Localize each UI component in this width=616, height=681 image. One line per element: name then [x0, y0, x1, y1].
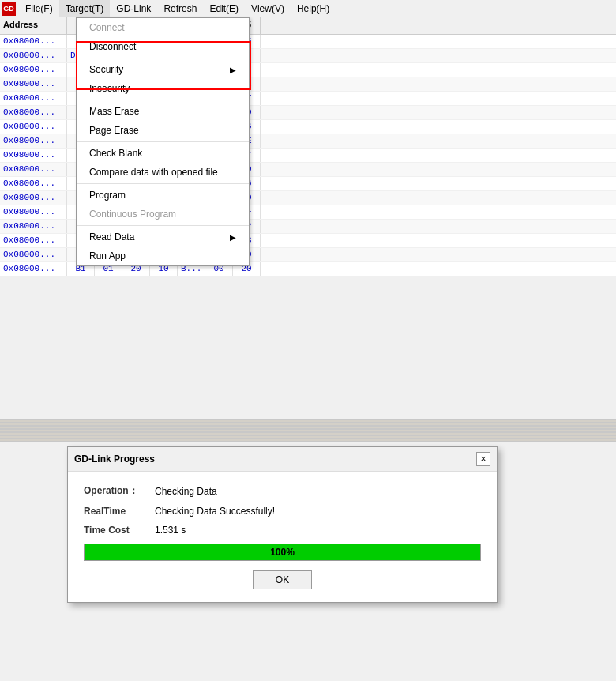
submenu-arrow-icon: ▶ — [230, 233, 236, 242]
cell-address: 0x08000... — [0, 163, 67, 176]
dropdown-item-continuous-program: Continuous Program — [77, 205, 249, 224]
cell-address: 0x08000... — [0, 35, 67, 48]
dropdown-item-read-data[interactable]: Read Data▶ — [77, 228, 249, 246]
dialog-body: Operation： Checking Data RealTime Checki… — [68, 472, 497, 602]
cell-address: 0x08000... — [0, 262, 67, 276]
dialog-title: GD-Link Progress — [74, 453, 155, 465]
dropdown-item-label: Check Blank — [89, 148, 142, 159]
cell-address: 0x08000... — [0, 177, 67, 190]
dropdown-item-label: Page Erase — [89, 125, 139, 136]
ok-button-container: OK — [84, 570, 481, 589]
dropdown-item-program[interactable]: Program — [77, 186, 249, 205]
dropdown-item-compare-data[interactable]: Compare data with opened file — [77, 163, 249, 182]
realtime-value: Checking Data Successfully! — [155, 506, 275, 517]
dropdown-item-check-blank[interactable]: Check Blank — [77, 144, 249, 163]
operation-row: Operation： Checking Data — [84, 484, 481, 498]
dialog-titlebar: GD-Link Progress × — [68, 447, 497, 472]
realtime-row: RealTime Checking Data Successfully! — [84, 506, 481, 517]
progress-bar-text: 100% — [85, 544, 480, 560]
menu-edit[interactable]: Edit(E) — [203, 0, 245, 17]
menu-help[interactable]: Help(H) — [291, 0, 336, 17]
menubar: GD File(F) Target(T) GD-Link Refresh Edi… — [0, 0, 616, 17]
cell-address: 0x08000... — [0, 248, 67, 261]
menu-file[interactable]: File(F) — [19, 0, 59, 17]
dropdown-item-disconnect[interactable]: Disconnect — [77, 37, 249, 56]
submenu-arrow-icon: ▶ — [230, 66, 236, 74]
cell-address: 0x08000... — [0, 49, 67, 62]
dialog-close-button[interactable]: × — [476, 452, 490, 466]
cell-address: 0x08000... — [0, 106, 67, 119]
operation-value: Checking Data — [155, 486, 217, 497]
stripe-area — [0, 419, 616, 442]
menu-gdlink[interactable]: GD-Link — [110, 0, 157, 17]
dropdown-item-run-app[interactable]: Run App — [77, 246, 249, 265]
cell-address: 0x08000... — [0, 220, 67, 233]
dropdown-separator — [77, 225, 249, 226]
dropdown-separator — [77, 58, 249, 58]
dropdown-item-label: Compare data with opened file — [89, 167, 218, 178]
timecost-value: 1.531 s — [155, 525, 186, 536]
dropdown-item-security[interactable]: Security▶ — [77, 60, 249, 79]
dropdown-item-label: Connect — [89, 22, 125, 33]
cell-address: 0x08000... — [0, 92, 67, 105]
dropdown-item-insecurity[interactable]: Insecurity — [77, 79, 249, 98]
cell-address: 0x08000... — [0, 134, 67, 148]
cell-address: 0x08000... — [0, 205, 67, 219]
timecost-row: Time Cost 1.531 s — [84, 525, 481, 536]
dropdown-item-mass-erase[interactable]: Mass Erase — [77, 102, 249, 121]
cell-address: 0x08000... — [0, 77, 67, 91]
dropdown-separator — [77, 141, 249, 142]
progress-bar-container: 100% — [84, 544, 481, 561]
dropdown-item-label: Security — [89, 64, 123, 75]
progress-dialog: GD-Link Progress × Operation： Checking D… — [67, 446, 498, 603]
cell-address: 0x08000... — [0, 149, 67, 162]
cell-address: 0x08000... — [0, 234, 67, 247]
dropdown-item-page-erase[interactable]: Page Erase — [77, 121, 249, 140]
dropdown-item-label: Read Data — [89, 231, 134, 243]
ok-button[interactable]: OK — [253, 570, 312, 589]
menu-refresh[interactable]: Refresh — [157, 0, 203, 17]
dropdown-separator — [77, 100, 249, 100]
operation-label: Operation： — [84, 484, 155, 498]
target-dropdown: ConnectDisconnectSecurity▶InsecurityMass… — [76, 17, 250, 266]
timecost-label: Time Cost — [84, 525, 155, 536]
dropdown-item-label: Mass Erase — [89, 106, 139, 117]
realtime-label: RealTime — [84, 506, 155, 517]
app-logo: GD — [2, 2, 16, 16]
dropdown-item-label: Insecurity — [89, 83, 130, 94]
dropdown-item-label: Continuous Program — [89, 209, 176, 220]
cell-address: 0x08000... — [0, 191, 67, 205]
col-header-address: Address — [0, 17, 67, 34]
cell-address: 0x08000... — [0, 63, 67, 77]
dropdown-item-label: Program — [89, 190, 126, 201]
dropdown-item-label: Run App — [89, 250, 126, 261]
main-window: GD File(F) Target(T) GD-Link Refresh Edi… — [0, 0, 616, 681]
dropdown-item-connect: Connect — [77, 18, 249, 37]
menu-target[interactable]: Target(T) — [59, 0, 111, 17]
dropdown-item-label: Disconnect — [89, 41, 136, 52]
menu-view[interactable]: View(V) — [245, 0, 291, 17]
cell-address: 0x08000... — [0, 120, 67, 134]
dropdown-separator — [77, 183, 249, 184]
